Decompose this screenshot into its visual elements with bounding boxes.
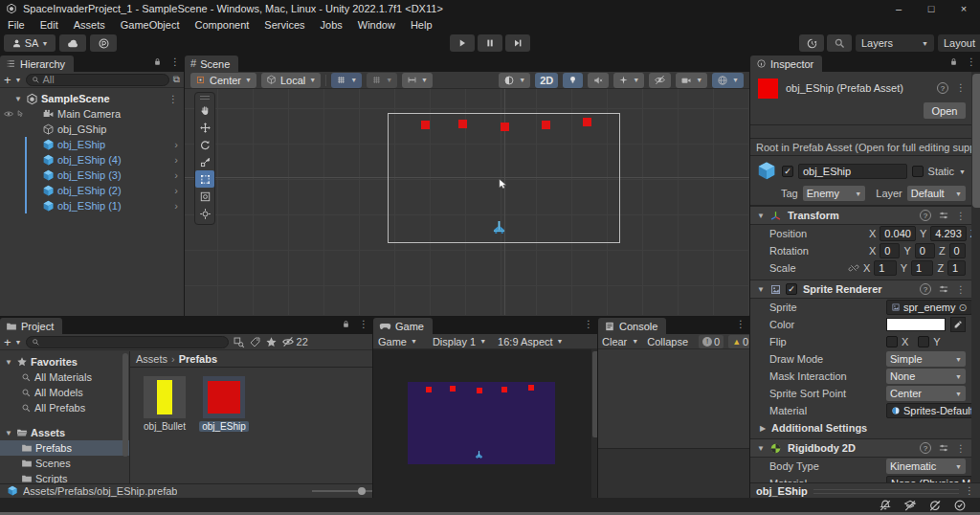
scale-z-field[interactable]: 1: [947, 260, 966, 276]
undo-history-button[interactable]: [799, 34, 824, 52]
scene-menu-icon[interactable]: ⋮: [168, 94, 178, 104]
account-button[interactable]: SA ▼: [4, 34, 56, 52]
project-tree-scrollbar[interactable]: [122, 353, 128, 457]
hierarchy-row-main-camera[interactable]: Main Camera: [0, 106, 184, 122]
position-x-field[interactable]: 0.040: [880, 226, 916, 241]
enemy-sprite[interactable]: [458, 120, 467, 128]
menu-assets[interactable]: Assets: [66, 17, 113, 33]
rotation-z-field[interactable]: 0: [949, 243, 966, 258]
asset-menu-icon[interactable]: ⋮: [956, 82, 966, 93]
lock-icon[interactable]: [948, 56, 959, 67]
camera-settings-dropdown[interactable]: ▼: [676, 73, 707, 88]
editor-search-button[interactable]: [827, 34, 852, 52]
tag-dropdown[interactable]: Enemy▼: [803, 186, 866, 201]
active-checkbox[interactable]: ✓: [782, 166, 793, 177]
enemy-sprite[interactable]: [542, 121, 550, 129]
player-ship-sprite[interactable]: [492, 221, 506, 234]
inspector-scrollbar[interactable]: [971, 72, 980, 482]
rotation-y-field[interactable]: 0: [915, 243, 935, 258]
tab-inspector[interactable]: Inspector: [750, 56, 822, 72]
scale-x-field[interactable]: 1: [874, 260, 896, 276]
create-caret-icon[interactable]: ▼: [15, 77, 22, 83]
component-menu-icon[interactable]: ⋮: [956, 211, 966, 221]
thumbnail-size-slider[interactable]: [312, 487, 366, 495]
search-by-type-icon[interactable]: [233, 336, 245, 348]
scale-y-field[interactable]: 1: [911, 260, 933, 276]
increment-snap-button[interactable]: ▼: [402, 73, 433, 88]
plastic-scm-button[interactable]: [90, 34, 117, 52]
help-icon[interactable]: ?: [920, 442, 931, 454]
enemy-sprite[interactable]: [421, 121, 430, 129]
code-coverage-ok-icon[interactable]: [953, 499, 967, 512]
component-menu-icon[interactable]: ⋮: [956, 443, 966, 454]
menu-help[interactable]: Help: [403, 17, 440, 33]
collapse-button[interactable]: Collapse: [647, 336, 688, 347]
warning-count-badge[interactable]: ▲ 0: [728, 335, 749, 348]
hierarchy-row-eship[interactable]: obj_EShip ›: [0, 137, 184, 152]
enemy-sprite[interactable]: [583, 118, 591, 126]
layers-dropdown[interactable]: Layers ▼: [856, 34, 934, 52]
clear-caret-icon[interactable]: ▼: [632, 338, 638, 345]
prefab-open-arrow-icon[interactable]: ›: [174, 154, 178, 166]
inspector-menu-icon[interactable]: ⋮: [967, 56, 976, 67]
rotation-x-field[interactable]: 0: [880, 243, 900, 258]
hidden-count-button[interactable]: 22: [281, 335, 308, 348]
favorites-all-models[interactable]: All Models: [0, 385, 129, 400]
open-prefab-button[interactable]: Open: [924, 102, 966, 119]
lighting-toggle-button[interactable]: [563, 73, 583, 88]
position-y-field[interactable]: 4.293: [930, 226, 967, 241]
effects-dropdown[interactable]: ▼: [613, 73, 644, 88]
tab-hierarchy[interactable]: Hierarchy: [0, 56, 74, 72]
hierarchy-row-gship[interactable]: obj_GShip: [0, 122, 184, 137]
help-icon[interactable]: ?: [920, 283, 931, 295]
project-search-input[interactable]: [26, 336, 229, 348]
move-tool-button[interactable]: [195, 119, 214, 136]
draw-mode-dropdown[interactable]: Simple▼: [886, 351, 966, 367]
foldout-icon[interactable]: ▼: [756, 444, 766, 453]
rigidbody-header[interactable]: ▼ Rigidbody 2D ? ⋮: [750, 438, 971, 458]
step-button[interactable]: [505, 34, 530, 52]
hierarchy-row-eship-3[interactable]: obj_EShip (3) ›: [0, 168, 184, 183]
gameobject-name-field[interactable]: obj_EShip: [798, 164, 907, 179]
menu-edit[interactable]: Edit: [33, 17, 66, 33]
menu-file[interactable]: File: [0, 17, 33, 33]
hand-tool-button[interactable]: [195, 101, 214, 119]
lock-icon[interactable]: [341, 319, 351, 329]
favorites-all-materials[interactable]: All Materials: [0, 369, 129, 385]
eyedropper-button[interactable]: [950, 317, 966, 332]
game-menu-icon[interactable]: ⋮: [584, 319, 593, 329]
help-icon[interactable]: ?: [920, 210, 931, 221]
tab-scene[interactable]: # Scene: [185, 56, 238, 72]
hierarchy-row-eship-1[interactable]: obj_EShip (1) ›: [0, 198, 184, 213]
snap-settings-button[interactable]: ▼: [367, 73, 397, 88]
folder-prefabs[interactable]: Prefabs: [0, 440, 129, 456]
hierarchy-search-input[interactable]: All: [26, 74, 169, 86]
custom-tool-button[interactable]: [195, 205, 214, 222]
additional-settings-row[interactable]: ▶ Additional Settings: [750, 419, 971, 437]
play-button[interactable]: [450, 34, 475, 52]
material-object-field[interactable]: Sprites-Default ⊙: [886, 403, 971, 418]
display-dropdown[interactable]: Display 1▼: [433, 336, 486, 347]
gizmos-dropdown[interactable]: ▼: [712, 73, 744, 88]
asset-obj-bullet[interactable]: obj_Bullet: [138, 376, 191, 432]
grid-visibility-button[interactable]: ▼: [331, 73, 362, 88]
layer-dropdown[interactable]: Default▼: [907, 186, 966, 201]
refresh-disabled-icon[interactable]: [928, 499, 942, 512]
favorites-root[interactable]: ▼ Favorites: [0, 354, 129, 369]
presets-icon[interactable]: [938, 210, 949, 221]
static-checkbox[interactable]: [912, 166, 924, 177]
sprite-renderer-header[interactable]: ▼ ✓ Sprite Renderer ? ⋮: [750, 280, 971, 299]
hidden-objects-button[interactable]: [649, 73, 671, 88]
palette-drag-handle[interactable]: [195, 93, 214, 101]
pause-button[interactable]: [478, 34, 502, 52]
rb-material-object-field[interactable]: None (Physics Mater ⊙: [886, 476, 971, 482]
tab-console[interactable]: Console: [598, 318, 666, 334]
menu-services[interactable]: Services: [256, 17, 312, 33]
flip-x-checkbox[interactable]: [886, 336, 898, 347]
scale-tool-button[interactable]: [195, 153, 214, 170]
menu-window[interactable]: Window: [350, 17, 403, 33]
create-button[interactable]: +: [4, 74, 11, 86]
rect-tool-button[interactable]: [195, 170, 214, 188]
favorites-star-icon[interactable]: [265, 336, 278, 348]
sprite-object-field[interactable]: spr_enemy ⊙: [886, 300, 971, 315]
